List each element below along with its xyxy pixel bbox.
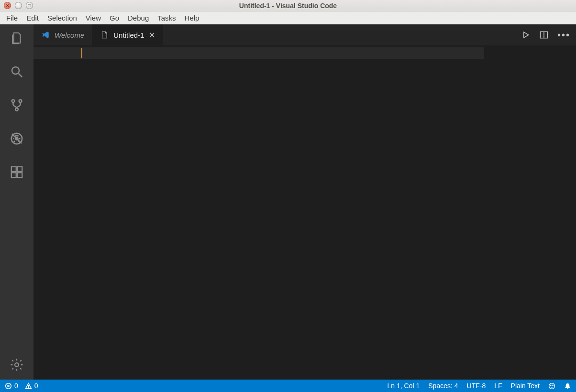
os-titlebar: ✕ – □ Untitled-1 - Visual Studio Code [0, 0, 576, 11]
svg-point-17 [28, 387, 29, 388]
current-line-gutter-highlight [33, 47, 81, 59]
text-cursor [81, 48, 82, 58]
svg-point-4 [15, 108, 18, 111]
svg-point-0 [12, 67, 19, 74]
tab-untitled-1[interactable]: Untitled-1 ✕ [92, 24, 163, 45]
split-editor-icon[interactable] [539, 30, 549, 40]
feedback-smiley-icon[interactable] [548, 382, 555, 390]
svg-point-11 [15, 363, 19, 367]
svg-point-2 [12, 99, 15, 102]
status-bar: 0 0 Ln 1, Col 1 Spaces: 4 UTF-8 LF Plain… [0, 380, 576, 392]
minimap[interactable] [530, 45, 576, 380]
editor-body[interactable]: 1 [33, 45, 576, 380]
svg-rect-9 [11, 173, 16, 177]
source-control-icon[interactable] [9, 97, 25, 113]
tab-untitled-label: Untitled-1 [113, 31, 144, 39]
menubar: File Edit Selection View Go Debug Tasks … [0, 11, 576, 24]
menu-debug[interactable]: Debug [123, 12, 153, 24]
search-icon[interactable] [9, 64, 25, 80]
editor-actions: ••• [521, 24, 576, 45]
workbench-center: Welcome Untitled-1 ✕ ••• [0, 24, 576, 380]
debug-icon[interactable] [9, 131, 25, 147]
svg-point-18 [549, 383, 555, 389]
code-area[interactable] [81, 45, 530, 380]
menu-tasks[interactable]: Tasks [153, 12, 180, 24]
status-eol[interactable]: LF [494, 382, 502, 390]
current-line-highlight [81, 47, 484, 59]
editor-group: Welcome Untitled-1 ✕ ••• [33, 24, 576, 380]
file-icon [100, 31, 109, 39]
line-gutter: 1 [33, 45, 81, 380]
menu-file[interactable]: File [2, 12, 22, 24]
tab-welcome[interactable]: Welcome [33, 24, 92, 45]
activity-bar [0, 24, 33, 380]
svg-rect-7 [11, 167, 16, 172]
status-warnings-count: 0 [34, 382, 38, 390]
status-encoding[interactable]: UTF-8 [467, 382, 486, 390]
settings-gear-icon[interactable] [9, 357, 25, 373]
svg-rect-8 [17, 167, 22, 172]
menu-edit[interactable]: Edit [22, 12, 43, 24]
svg-point-3 [19, 99, 22, 102]
window-title: Untitled-1 - Visual Studio Code [0, 2, 576, 10]
tab-bar: Welcome Untitled-1 ✕ ••• [33, 24, 576, 45]
tab-close-icon[interactable]: ✕ [149, 31, 155, 40]
notifications-bell-icon[interactable] [564, 382, 571, 390]
run-icon[interactable] [521, 30, 531, 40]
status-indentation[interactable]: Spaces: 4 [428, 382, 458, 390]
svg-line-1 [19, 74, 22, 77]
svg-marker-12 [524, 32, 529, 38]
workbench: Welcome Untitled-1 ✕ ••• [0, 24, 576, 392]
svg-point-6 [15, 137, 19, 141]
svg-point-20 [553, 385, 553, 385]
menu-help[interactable]: Help [180, 12, 204, 24]
status-line-col[interactable]: Ln 1, Col 1 [388, 382, 420, 390]
extensions-icon[interactable] [9, 164, 25, 180]
svg-rect-10 [17, 173, 22, 177]
svg-point-19 [551, 385, 551, 385]
menu-selection[interactable]: Selection [43, 12, 81, 24]
status-errors-count: 0 [14, 382, 18, 390]
vscode-logo-icon [41, 31, 50, 39]
menu-view[interactable]: View [81, 12, 105, 24]
status-errors[interactable]: 0 [5, 382, 18, 390]
tab-welcome-label: Welcome [55, 31, 84, 39]
explorer-icon[interactable] [9, 30, 25, 46]
status-language-mode[interactable]: Plain Text [511, 382, 540, 390]
menu-go[interactable]: Go [105, 12, 123, 24]
status-warnings[interactable]: 0 [25, 382, 38, 390]
